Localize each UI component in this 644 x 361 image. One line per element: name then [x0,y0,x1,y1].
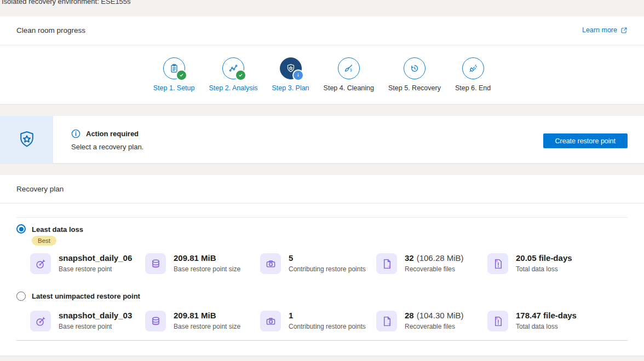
info-icon [295,72,301,78]
step-5-label: Step 5. Recovery [388,84,441,92]
stat-caption: Contributing restore points [289,265,366,273]
step-complete-badge [235,69,246,81]
action-title-row: Action required [71,129,139,138]
file-icon [376,253,397,274]
option-1-stats: snapshot_daily_06 Base restore point 209… [0,253,644,276]
step-1-setup[interactable]: Step 1. Setup [153,57,195,92]
learn-more-label: Learn more [582,26,617,34]
recovery-plan-card: Recovery plan Least data loss Best snaps… [0,175,644,356]
step-2-label: Step 2. Analysis [209,84,258,92]
best-badge: Best [32,236,56,246]
shield-star-icon [16,129,37,150]
step-1-circle [163,57,185,79]
stat-caption: Contributing restore points [289,323,366,330]
file-alert-icon [487,311,508,331]
stat-caption: Recoverable files [405,323,464,330]
radio-least-data-loss[interactable] [16,224,26,234]
stat-value: snapshot_daily_06 [59,253,132,263]
stat-base-restore-point-size: 209.81 MiB Base restore point size [145,311,240,331]
recovery-plan-title: Recovery plan [16,185,64,193]
stat-value: 5 [289,253,366,263]
camera-icon [260,253,281,274]
stat-value: 209.81 MiB [174,311,240,321]
stat-value-detail: (106.28 MiB) [417,253,464,263]
stat-caption: Total data loss [516,265,572,273]
step-4-label: Step 4. Cleaning [324,84,374,92]
check-icon [179,72,185,78]
radio-latest-unimpacted[interactable] [16,292,26,301]
stat-caption: Base restore point size [174,265,240,273]
stat-total-data-loss: 20.05 file-days Total data loss [487,253,572,274]
banner-icon-strip [0,116,53,163]
step-complete-badge [176,69,187,81]
camera-icon [260,311,281,331]
action-required-banner: Action required Select a recovery plan. … [0,116,644,163]
step-6-label: Step 6. End [455,84,491,92]
step-4-circle [338,57,360,79]
stat-recoverable-files: 28(104.30 MiB) Recoverable files [376,311,464,331]
stat-value-detail: (104.30 MiB) [417,311,464,320]
database-icon [145,311,166,331]
stat-value: snapshot_daily_03 [59,311,132,321]
check-icon [238,72,244,78]
stat-contributing-restore-points: 1 Contributing restore points [260,311,366,331]
target-icon [30,253,51,274]
stat-base-restore-point: snapshot_daily_03 Base restore point [30,311,132,331]
stat-total-data-loss: 178.47 file-days Total data loss [487,311,577,331]
action-required-title: Action required [86,130,139,138]
stat-caption: Base restore point [59,323,132,330]
clean-room-progress-card: Clean room progress Learn more [0,16,644,104]
history-icon [409,63,420,74]
step-3-plan[interactable]: Step 3. Plan [272,57,309,92]
stat-value: 28(104.30 MiB) [405,311,464,321]
divider [16,340,628,341]
step-6-end[interactable]: Step 6. End [455,57,491,92]
progress-steps: Step 1. Setup Step 2. Analysis [0,57,644,92]
environment-label: Isolated recovery environment: ESE155s [2,0,131,5]
stat-base-restore-point-size: 209.81 MiB Base restore point size [145,253,240,274]
stat-value: 209.81 MiB [174,253,240,263]
plug-icon [468,63,479,74]
clean-room-screen: Isolated recovery environment: ESE155s C… [0,0,644,361]
step-5-circle [404,57,426,79]
step-4-cleaning[interactable]: Step 4. Cleaning [324,57,374,92]
option-latest-unimpacted-label[interactable]: Latest unimpacted restore point [32,292,140,300]
step-6-circle [462,57,484,79]
step-2-circle [222,57,244,79]
option-2-stats: snapshot_daily_03 Base restore point 209… [0,311,644,334]
divider [16,217,628,218]
external-link-icon [620,27,628,34]
stat-caption: Total data loss [516,323,577,330]
stat-caption: Base restore point size [174,323,240,330]
learn-more-link[interactable]: Learn more [582,26,628,34]
create-restore-point-button[interactable]: Create restore point [543,133,628,148]
file-icon [376,311,397,331]
step-3-label: Step 3. Plan [272,84,309,92]
stat-value: 1 [289,311,366,321]
file-alert-icon [487,253,508,274]
broom-icon [343,63,354,74]
step-5-recovery[interactable]: Step 5. Recovery [388,57,441,92]
step-1-label: Step 1. Setup [153,84,195,92]
stat-recoverable-files: 32(106.28 MiB) Recoverable files [376,253,464,274]
stat-base-restore-point: snapshot_daily_06 Base restore point [30,253,132,274]
option-least-data-loss-label[interactable]: Least data loss [32,225,83,234]
database-icon [145,253,166,274]
stat-caption: Base restore point [59,265,132,273]
progress-card-header: Clean room progress Learn more [0,16,644,45]
stat-caption: Recoverable files [405,265,464,273]
step-info-badge [292,69,304,81]
action-required-message: Select a recovery plan. [71,143,143,151]
stat-value: 20.05 file-days [516,253,572,263]
info-circle-icon [71,129,81,138]
stat-value: 32(106.28 MiB) [405,253,464,263]
step-3-circle [280,57,302,79]
stat-value: 178.47 file-days [516,311,577,321]
divider [0,203,644,203]
step-2-analysis[interactable]: Step 2. Analysis [209,57,258,92]
stat-contributing-restore-points: 5 Contributing restore points [260,253,366,274]
target-icon [30,311,51,331]
progress-card-title: Clean room progress [16,26,85,34]
